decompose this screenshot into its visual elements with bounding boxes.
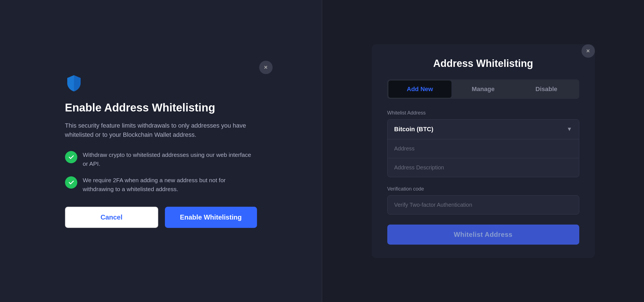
enable-whitelisting-modal: × Enable Address Whitelisting This secur…	[49, 61, 273, 241]
left-modal-title: Enable Address Whitelisting	[65, 101, 257, 114]
currency-select[interactable]: Bitcoin (BTC) ▼	[388, 120, 579, 139]
right-close-button[interactable]: ×	[581, 44, 595, 58]
verification-input[interactable]	[394, 202, 572, 208]
tab-add-new[interactable]: Add New	[388, 81, 452, 98]
whitelist-address-button[interactable]: Whitelist Address	[387, 225, 579, 245]
address-input[interactable]	[388, 139, 579, 158]
feature-item-1: Withdraw crypto to whitelisted addresses…	[65, 150, 257, 168]
whitelist-address-section: Whitelist Address Bitcoin (BTC) ▼	[387, 110, 579, 177]
verification-section: Verification code	[387, 186, 579, 215]
feature-item-2: We require 2FA when adding a new address…	[65, 176, 257, 193]
feature-list: Withdraw crypto to whitelisted addresses…	[65, 150, 257, 193]
feature-text-1: Withdraw crypto to whitelisted addresses…	[83, 150, 257, 168]
tab-group: Add New Manage Disable	[387, 79, 579, 99]
button-row: Cancel Enable Whitelisting	[65, 207, 257, 228]
address-whitelisting-modal: × Address Whitelisting Add New Manage Di…	[372, 44, 595, 258]
left-panel: × Enable Address Whitelisting This secur…	[0, 0, 322, 302]
right-panel: × Address Whitelisting Add New Manage Di…	[322, 0, 644, 302]
currency-value: Bitcoin (BTC)	[394, 126, 434, 133]
verification-label: Verification code	[387, 186, 579, 192]
shield-icon	[65, 74, 257, 93]
verification-box	[387, 195, 579, 215]
check-icon-2	[65, 176, 77, 189]
left-modal-description: This security feature limits withdrawals…	[65, 121, 257, 139]
left-close-button[interactable]: ×	[259, 61, 273, 74]
check-icon-1	[65, 151, 77, 163]
feature-text-2: We require 2FA when adding a new address…	[83, 176, 257, 193]
whitelist-address-box: Bitcoin (BTC) ▼	[387, 119, 579, 177]
whitelist-address-label: Whitelist Address	[387, 110, 579, 116]
tab-disable[interactable]: Disable	[515, 81, 578, 98]
cancel-button[interactable]: Cancel	[65, 207, 158, 228]
right-modal-title: Address Whitelisting	[387, 58, 579, 69]
tab-manage[interactable]: Manage	[451, 81, 515, 98]
dropdown-arrow-icon: ▼	[567, 126, 572, 132]
enable-whitelisting-button[interactable]: Enable Whitelisting	[165, 207, 257, 228]
address-description-input[interactable]	[388, 158, 579, 177]
